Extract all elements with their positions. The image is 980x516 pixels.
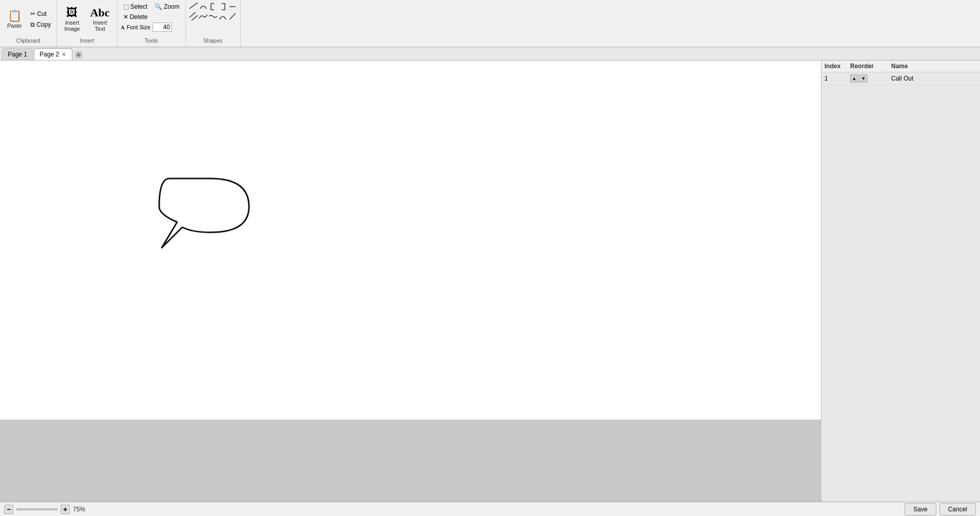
svg-line-3 [191, 15, 198, 21]
tools-row-2: ✕ Delete [121, 12, 182, 22]
zoom-slider[interactable] [16, 508, 57, 510]
shapes-section: Shapes [186, 0, 241, 47]
shape-bracket-close[interactable] [218, 2, 227, 11]
shape-bracket-open[interactable] [208, 2, 218, 11]
shape-line[interactable] [189, 2, 198, 11]
tabs-bar: Page 1 Page 2 ✕ [0, 47, 980, 61]
insert-section: 🖼 Insert Image Abc Insert Text Insert [57, 0, 117, 47]
reorder-buttons: ▲ ▼ [850, 74, 891, 83]
shape-arc[interactable] [199, 2, 208, 11]
status-bar: − + 75% Save Cancel [0, 502, 980, 516]
callout-shape[interactable] [154, 173, 267, 255]
tab-page2-close[interactable]: ✕ [61, 51, 67, 58]
canvas-bottom-area [0, 420, 821, 502]
tools-section: ⬚ Select 🔍 Zoom ✕ Delete 𝐀 Font Size [118, 0, 186, 47]
panel-reorder-label: Reorder [850, 63, 891, 70]
panel-index-label: Index [824, 63, 850, 70]
svg-line-0 [189, 3, 198, 9]
paste-button[interactable]: 📋 Paste [3, 8, 26, 31]
cut-label: Cut [37, 10, 47, 17]
shapes-label: Shapes [189, 36, 237, 45]
paste-label: Paste [7, 23, 22, 29]
delete-button[interactable]: ✕ Delete [121, 12, 150, 22]
shape-dash[interactable] [228, 2, 237, 11]
canvas-page[interactable] [0, 61, 821, 420]
tab-page1[interactable]: Page 1 [2, 48, 33, 60]
copy-label: Copy [36, 21, 51, 28]
canvas-area [0, 61, 821, 502]
tab-page2-label: Page 2 [40, 51, 59, 58]
main-area: Index Reorder Name 1 ▲ ▼ Call Out [0, 61, 980, 502]
panel-row-1: 1 ▲ ▼ Call Out [821, 72, 980, 85]
zoom-plus-button[interactable]: + [61, 505, 70, 514]
reorder-up-button[interactable]: ▲ [850, 74, 858, 83]
zoom-label: Zoom [164, 3, 180, 10]
delete-icon: ✕ [123, 13, 128, 21]
tab-page1-label: Page 1 [8, 51, 27, 58]
shape-slash[interactable] [228, 12, 237, 21]
zoom-icon: 🔍 [155, 3, 162, 10]
svg-line-4 [229, 13, 236, 19]
clipboard-label: Clipboard [3, 36, 53, 45]
shape-curve[interactable] [218, 12, 227, 21]
shape-squiggle[interactable] [208, 12, 218, 21]
zoom-minus-button[interactable]: − [4, 505, 13, 514]
font-size-label: Font Size [127, 24, 150, 30]
insert-image-button[interactable]: 🖼 Insert Image [60, 5, 84, 34]
font-size-row: 𝐀 Font Size [121, 23, 182, 32]
copy-button[interactable]: ⧉ Copy [28, 20, 53, 29]
font-size-input[interactable] [152, 23, 172, 32]
save-button[interactable]: Save [905, 503, 936, 515]
select-button[interactable]: ⬚ Select [121, 2, 150, 11]
select-label: Select [130, 3, 147, 10]
svg-line-2 [189, 12, 196, 17]
shape-double-line[interactable] [189, 12, 198, 21]
select-icon: ⬚ [123, 3, 129, 10]
copy-icon: ⧉ [30, 21, 35, 28]
tab-page2[interactable]: Page 2 ✕ [34, 48, 72, 60]
panel-row-name: Call Out [891, 75, 977, 82]
cut-icon: ✂ [30, 10, 35, 17]
insert-content: 🖼 Insert Image Abc Insert Text [60, 2, 113, 36]
clipboard-section: 📋 Paste ✂ Cut ⧉ Copy Clipboard [0, 0, 57, 47]
insert-image-icon: 🖼 [66, 7, 78, 18]
panel-name-label: Name [891, 63, 977, 70]
shapes-grid [189, 2, 237, 36]
save-cancel-area: Save Cancel [905, 503, 976, 515]
right-panel: Index Reorder Name 1 ▲ ▼ Call Out [821, 61, 980, 502]
zoom-button[interactable]: 🔍 Zoom [152, 2, 182, 11]
insert-label: Insert [60, 36, 113, 45]
insert-text-button[interactable]: Abc Insert Text [86, 5, 114, 34]
insert-text-label: Insert Text [93, 19, 107, 32]
reorder-down-button[interactable]: ▼ [859, 74, 868, 83]
insert-text-icon: Abc [90, 7, 110, 18]
shape-wave[interactable] [199, 12, 208, 21]
zoom-percent-label: 75% [73, 506, 85, 513]
paste-icon: 📋 [8, 10, 22, 22]
cancel-button[interactable]: Cancel [939, 503, 976, 515]
delete-label: Delete [130, 13, 148, 21]
clipboard-content: 📋 Paste ✂ Cut ⧉ Copy [3, 2, 53, 36]
font-size-icon: 𝐀 [121, 24, 125, 31]
panel-row-index: 1 [824, 75, 850, 82]
toolbar: 📋 Paste ✂ Cut ⧉ Copy Clipboard 🖼 Insert … [0, 0, 980, 47]
tools-row-1: ⬚ Select 🔍 Zoom [121, 2, 182, 11]
tab-add-button[interactable] [73, 50, 84, 60]
tools-label: Tools [121, 36, 182, 45]
insert-image-label: Insert Image [64, 19, 80, 32]
panel-header: Index Reorder Name [821, 61, 980, 72]
cut-button[interactable]: ✂ Cut [28, 9, 53, 18]
tools-content: ⬚ Select 🔍 Zoom ✕ Delete 𝐀 Font Size [121, 2, 182, 36]
